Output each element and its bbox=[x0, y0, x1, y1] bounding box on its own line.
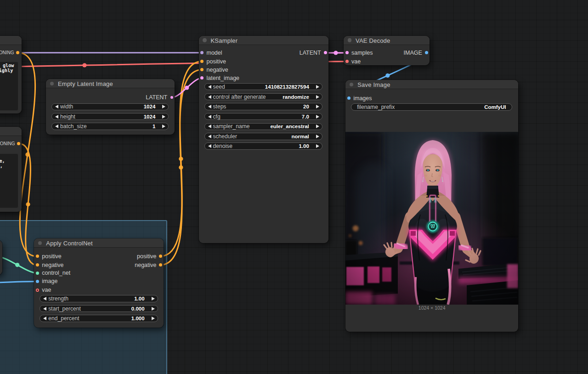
node-ksampler[interactable]: KSamplermodelpositivenegativelatent_imag… bbox=[199, 36, 328, 244]
wire-latent-to-ks-dot[interactable] bbox=[185, 85, 189, 90]
prompt-text: highly bbox=[0, 68, 13, 74]
node-clip_positive[interactable]: ONINGglowhighly bbox=[0, 36, 22, 113]
widget-label: batch_size bbox=[60, 123, 87, 130]
increment-arrow-icon[interactable] bbox=[316, 115, 319, 119]
collapse-dot-icon[interactable] bbox=[38, 241, 42, 245]
empty_latent_image-widget-0[interactable]: width1024 bbox=[51, 103, 169, 111]
decrement-arrow-icon[interactable] bbox=[208, 105, 211, 108]
slot-label: positive bbox=[42, 253, 61, 260]
increment-arrow-icon[interactable] bbox=[152, 297, 155, 300]
node-vae_decode[interactable]: VAE DecodesamplesvaeIMAGE bbox=[344, 36, 430, 65]
node-partial-left[interactable] bbox=[0, 240, 2, 275]
ksampler-widget-5[interactable]: schedulernormal bbox=[204, 133, 322, 140]
increment-arrow-icon[interactable] bbox=[316, 95, 319, 99]
apply_controlnet-input-dot-0[interactable] bbox=[36, 255, 39, 258]
widget-value: 1024 bbox=[144, 114, 156, 119]
widget-label: height bbox=[60, 113, 75, 120]
increment-arrow-icon[interactable] bbox=[316, 85, 319, 89]
apply_controlnet-input-dot-1[interactable] bbox=[36, 263, 39, 266]
ksampler-widget-4[interactable]: sampler_nameeuler_ancestral bbox=[204, 123, 322, 130]
node-clip_negative[interactable]: ONINGre,n, bbox=[0, 127, 22, 212]
clip_negative-title[interactable] bbox=[0, 127, 22, 136]
node-empty_latent_image[interactable]: Empty Latent ImageLATENTwidth1024height1… bbox=[46, 79, 175, 135]
increment-arrow-icon[interactable] bbox=[316, 135, 319, 138]
widget-label: denoise bbox=[213, 143, 232, 149]
apply_controlnet-widget-0[interactable]: strength1.00 bbox=[40, 295, 158, 302]
node-save_image[interactable]: Save Imageimagesfilename_prefixComfyUI bbox=[345, 80, 518, 332]
decrement-arrow-icon[interactable] bbox=[208, 135, 211, 138]
empty_latent_image-title[interactable]: Empty Latent Image bbox=[46, 79, 175, 88]
wire-ks-to-decode-dot[interactable] bbox=[334, 51, 338, 55]
wire-vae-to-decode-dot[interactable] bbox=[82, 63, 86, 67]
ksampler-input-dot-0[interactable] bbox=[200, 51, 204, 54]
decrement-arrow-icon[interactable] bbox=[55, 105, 58, 108]
decrement-arrow-icon[interactable] bbox=[208, 125, 211, 128]
widget-label: end_percent bbox=[48, 315, 79, 322]
apply_controlnet-input-dot-3[interactable] bbox=[36, 280, 39, 283]
node-apply_controlnet[interactable]: Apply ControlNetpositivenegativecontrol_… bbox=[34, 238, 164, 328]
increment-arrow-icon[interactable] bbox=[162, 105, 165, 108]
save_image-input-dot-0[interactable] bbox=[347, 96, 351, 100]
apply_controlnet-title[interactable]: Apply ControlNet bbox=[34, 238, 164, 248]
ksampler-widget-2[interactable]: steps20 bbox=[204, 103, 322, 110]
apply_controlnet-output-dot-0[interactable] bbox=[159, 255, 162, 258]
ksampler-input-dot-3[interactable] bbox=[200, 76, 204, 79]
clip_positive-title[interactable] bbox=[0, 36, 22, 45]
collapse-dot-icon[interactable] bbox=[350, 83, 354, 87]
apply_controlnet-input-dot-2[interactable] bbox=[36, 272, 39, 275]
decrement-arrow-icon[interactable] bbox=[43, 297, 46, 300]
vae_decode-input-dot-0[interactable] bbox=[345, 51, 349, 54]
increment-arrow-icon[interactable] bbox=[316, 125, 319, 128]
decrement-arrow-icon[interactable] bbox=[208, 144, 211, 148]
empty_latent_image-widget-1[interactable]: height1024 bbox=[51, 113, 169, 120]
widget-label: sampler_name bbox=[213, 123, 250, 130]
clip_negative-text-widget[interactable]: re,n, bbox=[0, 153, 18, 208]
vae_decode-output-dot-0[interactable] bbox=[425, 51, 428, 54]
decrement-arrow-icon[interactable] bbox=[208, 115, 211, 119]
empty_latent_image-output-dot-0[interactable] bbox=[170, 96, 173, 99]
ksampler-output-dot-0[interactable] bbox=[324, 51, 327, 54]
clip_positive-output-dot-0[interactable] bbox=[16, 51, 19, 54]
increment-arrow-icon[interactable] bbox=[162, 125, 165, 128]
ksampler-widget-1[interactable]: control after generaterandomize bbox=[204, 93, 322, 101]
ksampler-input-dot-2[interactable] bbox=[200, 68, 204, 71]
wire-controlnet-model-dot[interactable] bbox=[15, 263, 19, 267]
vae_decode-title[interactable]: VAE Decode bbox=[344, 36, 430, 45]
clip_positive-text-widget[interactable]: glowhighly bbox=[0, 62, 18, 111]
ksampler-widget-0[interactable]: seed141082132827594 bbox=[204, 83, 322, 91]
increment-arrow-icon[interactable] bbox=[152, 307, 155, 311]
apply_controlnet-output-dot-1[interactable] bbox=[159, 263, 162, 266]
decrement-arrow-icon[interactable] bbox=[208, 85, 211, 89]
apply_controlnet-widget-1[interactable]: start_percent0.000 bbox=[40, 305, 158, 312]
ksampler-input-dot-1[interactable] bbox=[200, 60, 204, 63]
graph-canvas[interactable]: ONINGglowhighly ONINGre,n, Empty Latent … bbox=[0, 0, 588, 374]
ksampler-widget-3[interactable]: cfg7.0 bbox=[204, 113, 322, 120]
clip_negative-output-dot-0[interactable] bbox=[17, 142, 20, 145]
collapse-dot-icon[interactable] bbox=[203, 38, 207, 42]
wire-cn-neg-to-ks-dot[interactable] bbox=[179, 165, 183, 170]
wire-cond-neg-to-cn-dot[interactable] bbox=[26, 202, 30, 206]
ksampler-title[interactable]: KSampler bbox=[199, 36, 328, 45]
slot-label: samples bbox=[351, 49, 373, 57]
decrement-arrow-icon[interactable] bbox=[43, 307, 46, 311]
decrement-arrow-icon[interactable] bbox=[208, 95, 211, 99]
increment-arrow-icon[interactable] bbox=[316, 144, 319, 148]
wire-image-to-save-dot[interactable] bbox=[385, 74, 390, 78]
save_image-title[interactable]: Save Image bbox=[345, 80, 518, 89]
collapse-dot-icon[interactable] bbox=[50, 82, 54, 86]
apply_controlnet-widget-2[interactable]: end_percent1.000 bbox=[40, 315, 158, 322]
decrement-arrow-icon[interactable] bbox=[55, 115, 58, 119]
save_image-widget-0[interactable]: filename_prefixComfyUI bbox=[351, 103, 512, 111]
increment-arrow-icon[interactable] bbox=[316, 105, 319, 108]
ksampler-widget-6[interactable]: denoise1.00 bbox=[204, 142, 322, 150]
decrement-arrow-icon[interactable] bbox=[55, 125, 58, 128]
slot-label: LATENT bbox=[146, 94, 167, 101]
increment-arrow-icon[interactable] bbox=[162, 115, 165, 119]
empty_latent_image-widget-2[interactable]: batch_size1 bbox=[51, 123, 169, 130]
collapse-dot-icon[interactable] bbox=[348, 38, 352, 42]
apply_controlnet-input-dot-4[interactable] bbox=[36, 289, 39, 292]
vae_decode-input-dot-1[interactable] bbox=[345, 60, 349, 63]
increment-arrow-icon[interactable] bbox=[152, 317, 155, 320]
decrement-arrow-icon[interactable] bbox=[43, 317, 46, 320]
preview-image[interactable] bbox=[345, 132, 518, 305]
